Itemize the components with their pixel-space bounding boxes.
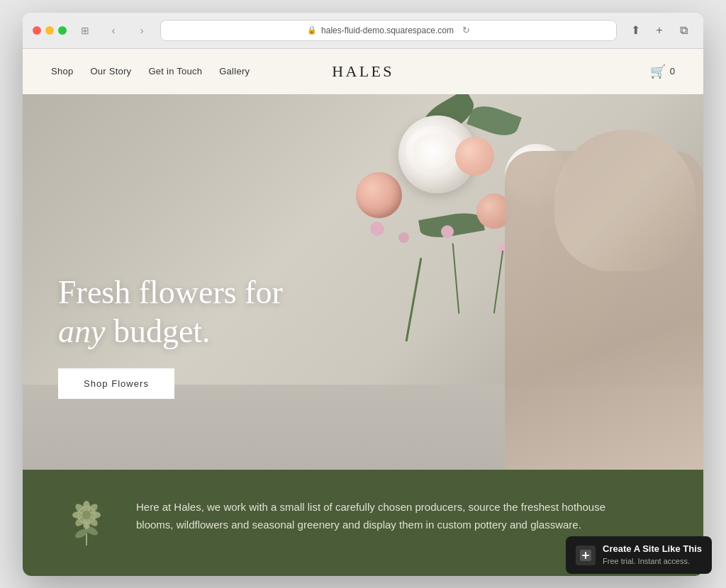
squarespace-icon [576, 545, 596, 565]
blossom-2 [398, 232, 409, 243]
bottom-body-text: Here at Hales, we work with a small list… [136, 498, 618, 534]
person-arm [505, 151, 703, 470]
tabs-button[interactable]: ⧉ [674, 21, 693, 40]
nav-gallery[interactable]: Gallery [219, 66, 250, 77]
lock-icon: 🔒 [307, 26, 317, 35]
hero-headline: Fresh flowers for any budget. [58, 273, 283, 351]
create-site-text: Create A Site Like This Free trial. Inst… [603, 543, 702, 567]
floral-emblem [65, 498, 108, 548]
rose-1 [356, 172, 402, 218]
headline-line-3: budget. [105, 313, 210, 349]
headline-italic: any [58, 313, 105, 349]
blossom-3 [441, 225, 454, 238]
close-button[interactable] [33, 26, 41, 35]
site-navigation: Shop Our Story Get in Touch Gallery [51, 66, 250, 77]
emblem-svg [67, 499, 106, 545]
minimize-button[interactable] [45, 26, 54, 35]
stem-2 [452, 243, 460, 314]
rose-2 [455, 137, 494, 176]
stem-3 [493, 250, 504, 313]
forward-button[interactable]: › [132, 21, 152, 40]
cart-area[interactable]: 🛒 0 [650, 64, 675, 79]
nav-shop[interactable]: Shop [51, 66, 73, 77]
tab-switcher-button[interactable]: ⊞ [75, 21, 95, 40]
cart-icon: 🛒 [650, 64, 666, 79]
site-header: Shop Our Story Get in Touch Gallery HALE… [23, 49, 703, 94]
address-bar[interactable]: 🔒 hales-fluid-demo.squarespace.com ↻ [160, 20, 617, 41]
hero-section: Fresh flowers for any budget. Shop Flowe… [23, 94, 703, 470]
nav-our-story[interactable]: Our Story [90, 66, 131, 77]
url-text: hales-fluid-demo.squarespace.com [321, 26, 454, 35]
website-content: Shop Our Story Get in Touch Gallery HALE… [23, 49, 703, 576]
create-site-label: Create A Site Like This [603, 543, 702, 554]
hero-content: Fresh flowers for any budget. Shop Flowe… [58, 273, 283, 398]
site-logo: HALES [332, 62, 393, 81]
traffic-lights [33, 26, 67, 35]
cart-count: 0 [670, 66, 675, 77]
maximize-button[interactable] [58, 26, 67, 35]
share-button[interactable]: ⬆ [625, 21, 645, 40]
new-tab-button[interactable]: + [649, 21, 669, 40]
headline-line-1: Fresh flowers for [58, 274, 283, 310]
create-site-banner[interactable]: Create A Site Like This Free trial. Inst… [566, 536, 712, 574]
blossom-1 [370, 222, 384, 236]
nav-get-in-touch[interactable]: Get in Touch [148, 66, 202, 77]
leaf-2 [467, 101, 522, 141]
reload-icon[interactable]: ↻ [462, 25, 470, 35]
svg-point-12 [82, 511, 91, 519]
browser-chrome: ⊞ ‹ › 🔒 hales-fluid-demo.squarespace.com… [23, 13, 703, 49]
create-site-sublabel: Free trial. Instant access. [603, 557, 690, 565]
shop-flowers-button[interactable]: Shop Flowers [58, 368, 174, 399]
back-button[interactable]: ‹ [104, 21, 123, 40]
browser-window: ⊞ ‹ › 🔒 hales-fluid-demo.squarespace.com… [23, 13, 703, 576]
stem-1 [406, 257, 423, 341]
person-head [554, 130, 696, 271]
